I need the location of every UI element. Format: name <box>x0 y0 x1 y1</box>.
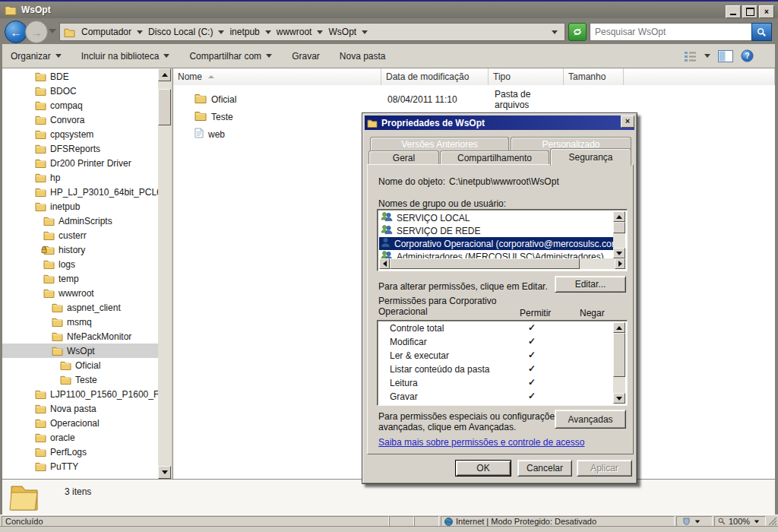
tree-item-nfepackmonitor[interactable]: NfePackMonitor <box>2 329 158 344</box>
scroll-thumb[interactable] <box>158 89 171 125</box>
maximize-button[interactable] <box>742 5 757 18</box>
edit-button[interactable]: Editar... <box>555 276 626 293</box>
tree-item-teste[interactable]: Teste <box>2 372 158 387</box>
column-header-data-de-modifica-o[interactable]: Data de modificação <box>381 68 489 85</box>
tree-item-cpqsystem[interactable]: cpqsystem <box>2 127 158 141</box>
permissions-listbox[interactable]: Controle total✓Modificar✓Ler & executar✓… <box>377 320 628 406</box>
toolbar-button-compartilhar-com[interactable]: Compartilhar com <box>189 51 272 62</box>
tree-item-ljp1100-p1560-p1600-full-s[interactable]: LJP1100_P1560_P1600_Full_S <box>2 387 158 401</box>
scroll-thumb[interactable] <box>390 258 580 269</box>
groups-listbox[interactable]: SERVIÇO LOCALSERVIÇO DE REDECorporativo … <box>377 209 628 271</box>
scroll-thumb[interactable] <box>613 222 625 233</box>
permission-row-controle-total[interactable]: Controle total✓ <box>379 321 613 335</box>
forward-button[interactable]: → <box>25 21 48 43</box>
minimize-button[interactable] <box>726 5 741 18</box>
explorer-titlebar[interactable]: WsOpt × <box>0 2 778 18</box>
ie-shield-cell[interactable] <box>676 516 713 527</box>
tree-item-operacional[interactable]: Operacional <box>2 416 158 430</box>
permission-row-modificar[interactable]: Modificar✓ <box>379 335 613 349</box>
breadcrumb-segment-wwwroot[interactable]: wwwroot <box>274 27 315 37</box>
column-header-tamanho[interactable]: Tamanho <box>564 68 624 85</box>
tree-item-aspnet-client[interactable]: aspnet_client <box>2 300 158 315</box>
scroll-thumb[interactable] <box>613 333 625 377</box>
advanced-button[interactable]: Avançadas <box>555 410 626 429</box>
tree-item-bde[interactable]: BDE <box>2 69 158 84</box>
help-icon[interactable]: ? <box>741 49 754 62</box>
toolbar-button-gravar[interactable]: Gravar <box>292 51 320 62</box>
cancel-button[interactable]: Cancelar <box>517 460 572 477</box>
column-header-nome[interactable]: Nome <box>173 68 381 85</box>
group-item-servi-o-local[interactable]: SERVIÇO LOCAL <box>379 211 613 224</box>
scroll-down-button[interactable] <box>613 393 625 404</box>
file-row-oficial[interactable]: Oficial08/04/2011 11:10Pasta de arquivos <box>173 90 775 108</box>
tree-item-temp[interactable]: temp <box>2 271 158 286</box>
preview-pane-icon[interactable] <box>718 50 733 62</box>
learn-more-link[interactable]: Saiba mais sobre permissões e controle d… <box>378 437 584 448</box>
permission-row-listar-conte-do-da-pasta[interactable]: Listar conteúdo da pasta✓ <box>379 363 613 376</box>
scroll-right-button[interactable] <box>615 258 625 269</box>
search-button[interactable] <box>751 23 772 41</box>
scroll-left-button[interactable] <box>379 258 390 269</box>
breadcrumb-dropdown-icon[interactable] <box>137 30 143 34</box>
tree-item-oracle[interactable]: oracle <box>2 430 158 445</box>
permission-row-leitura[interactable]: Leitura✓ <box>379 376 613 390</box>
toolbar-button-organizar[interactable]: Organizar <box>11 51 62 62</box>
close-button[interactable]: × <box>759 5 774 18</box>
tree-item-inetpub[interactable]: inetpub <box>2 199 158 214</box>
breadcrumb-segment-wsopt[interactable]: WsOpt <box>325 27 359 37</box>
tab-seguranca[interactable]: Segurança <box>550 148 631 166</box>
group-item-administradores[interactable]: Administradores (MERCOSULSC\Administrado… <box>379 250 613 258</box>
tree-item-convora[interactable]: Convora <box>2 112 158 127</box>
dialog-titlebar[interactable]: Propriedades de WsOpt <box>365 116 634 130</box>
tree-item-perflogs[interactable]: PerfLogs <box>2 445 158 459</box>
tree-item-bdoc[interactable]: BDOC <box>2 84 158 98</box>
tree-item-custerr[interactable]: custerr <box>2 228 158 242</box>
tab-compartilhamento[interactable]: Compartilhamento <box>440 150 549 165</box>
permissions-vscrollbar[interactable] <box>613 322 625 404</box>
column-header-tipo[interactable]: Tipo <box>489 68 564 85</box>
resize-grip[interactable] <box>768 517 777 526</box>
scroll-down-button[interactable] <box>158 466 171 479</box>
tree-item-dfsreports[interactable]: DFSReports <box>2 141 158 156</box>
toolbar-button-nova-pasta[interactable]: Nova pasta <box>340 51 386 62</box>
tab-geral[interactable]: Geral <box>368 150 439 165</box>
permission-row-ler-executar[interactable]: Ler & executar✓ <box>379 349 613 363</box>
breadcrumb-dropdown-icon[interactable] <box>317 30 323 34</box>
back-button[interactable]: ← <box>5 21 27 43</box>
tree-item-wwwroot[interactable]: wwwroot <box>2 286 158 300</box>
scroll-up-button[interactable] <box>613 322 625 333</box>
apply-button[interactable]: Aplicar <box>577 460 632 477</box>
group-item-corporativo-operacional[interactable]: Corporativo Operacional (corporativo@mer… <box>379 237 613 250</box>
dialog-close-button[interactable]: × <box>621 116 634 128</box>
group-item-servi-o-de-rede[interactable]: SERVIÇO DE REDE <box>379 224 613 237</box>
tree-item-logs[interactable]: logs <box>2 257 158 271</box>
views-dropdown-icon[interactable] <box>704 54 710 58</box>
scroll-up-button[interactable] <box>158 68 171 81</box>
tree-item-nova-pasta[interactable]: Nova pasta <box>2 401 158 416</box>
tree-item-hp-lj-p3010-64bit-pcl6[interactable]: HP_LJ_P3010_64bit_PCL6 <box>2 185 158 199</box>
groups-hscrollbar[interactable] <box>379 258 625 269</box>
tree-item-msmq[interactable]: msmq <box>2 315 158 329</box>
groups-vscrollbar[interactable] <box>613 211 625 258</box>
tab-versoes-anteriores[interactable]: Versões Anteriores <box>370 137 509 150</box>
ok-button[interactable]: OK <box>455 460 511 477</box>
tree-item-hp[interactable]: hp <box>2 170 158 185</box>
tree-scrollbar[interactable] <box>158 68 171 479</box>
tree-item-oficial[interactable]: Oficial <box>2 358 158 372</box>
tree-item-putty[interactable]: PuTTY <box>2 459 158 473</box>
scroll-up-button[interactable] <box>613 211 625 222</box>
tree-item-adminscripts[interactable]: AdminScripts <box>2 214 158 228</box>
address-dropdown-icon[interactable] <box>552 30 558 34</box>
breadcrumb-dropdown-icon[interactable] <box>265 30 271 34</box>
tree-item-compaq[interactable]: compaq <box>2 98 158 112</box>
tree-item-history[interactable]: history <box>2 242 158 257</box>
breadcrumb-dropdown-icon[interactable] <box>218 30 224 34</box>
refresh-button[interactable] <box>568 23 587 41</box>
views-icon[interactable] <box>684 51 697 62</box>
breadcrumb-segment-inetpub[interactable]: inetpub <box>226 27 262 37</box>
permission-row-gravar[interactable]: Gravar✓ <box>379 390 613 404</box>
scroll-down-button[interactable] <box>613 248 625 258</box>
tree-item-dr200-printer-driver[interactable]: Dr200 Printer Driver <box>2 156 158 170</box>
breadcrumb-dropdown-icon[interactable] <box>362 30 368 34</box>
breadcrumb-segment-disco-local-c[interactable]: Disco Local (C:) <box>145 27 216 37</box>
